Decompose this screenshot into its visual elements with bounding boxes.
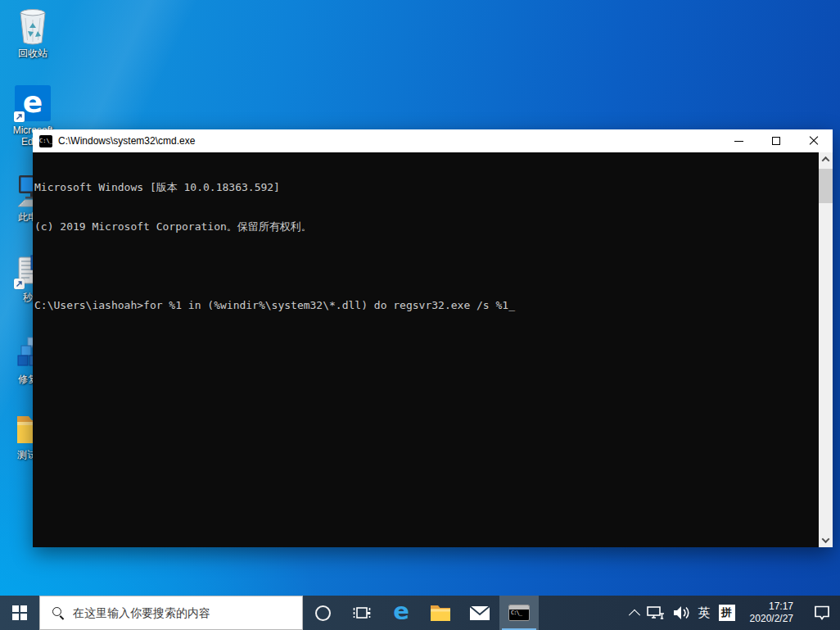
edge-taskbar-button[interactable]: e <box>382 596 421 630</box>
scrollbar-thumb[interactable] <box>819 169 833 203</box>
clock-button[interactable]: 17:17 2020/2/27 <box>739 596 804 630</box>
terminal-prompt-line: C:\Users\iashoah>for %1 in (%windir%\sys… <box>34 299 816 312</box>
start-button[interactable] <box>0 596 39 630</box>
close-button[interactable] <box>795 129 833 152</box>
terminal-cursor: _ <box>508 299 515 312</box>
network-button[interactable] <box>643 596 669 630</box>
taskbar-search[interactable] <box>39 596 303 630</box>
recycle-bin-icon <box>13 7 52 46</box>
cortana-icon <box>315 605 331 621</box>
minimize-button[interactable] <box>720 129 757 152</box>
task-view-button[interactable] <box>342 596 382 630</box>
edge-icon: e <box>393 600 409 623</box>
network-icon <box>647 605 665 620</box>
start-icon <box>12 605 27 620</box>
close-icon <box>809 136 819 146</box>
cortana-button[interactable] <box>303 596 342 630</box>
maximize-icon <box>772 137 780 145</box>
action-center-button[interactable] <box>804 596 840 630</box>
desktop-icon-recycle-bin[interactable]: 回收站 <box>7 7 59 59</box>
taskbar-empty-area <box>539 596 626 630</box>
scroll-up-icon[interactable] <box>819 152 833 166</box>
cmd-window: C:\_ C:\Windows\system32\cmd.exe Microso… <box>33 129 833 547</box>
shortcut-arrow-icon <box>14 279 25 289</box>
file-explorer-icon <box>430 604 451 622</box>
terminal-line: (c) 2019 Microsoft Corporation。保留所有权利。 <box>34 220 816 233</box>
terminal-body[interactable]: Microsoft Windows [版本 10.0.18363.592] (c… <box>33 152 833 547</box>
window-title: C:\Windows\system32\cmd.exe <box>58 135 720 147</box>
cmd-icon: C:\_ <box>508 605 530 621</box>
task-view-icon <box>353 605 371 621</box>
terminal-command: C:\Users\iashoah>for %1 in (%windir%\sys… <box>34 299 508 311</box>
volume-icon <box>673 605 690 620</box>
tray-overflow-button[interactable] <box>626 596 643 630</box>
ime-mode-button[interactable]: 拼 <box>715 596 739 630</box>
scroll-down-icon[interactable] <box>819 533 833 547</box>
desktop: 回收站 e Microsoft Edge 此电脑 <box>0 0 840 630</box>
desktop-icon-label: 回收站 <box>7 48 59 59</box>
tray-chevron-icon <box>629 610 640 621</box>
search-input[interactable] <box>73 606 302 619</box>
cmd-icon: C:\_ <box>39 135 52 147</box>
taskbar: e C:\_ <box>0 596 840 630</box>
shortcut-arrow-icon <box>14 111 25 122</box>
mail-button[interactable] <box>460 596 499 630</box>
ime-language-label: 英 <box>698 605 711 621</box>
volume-button[interactable] <box>669 596 694 630</box>
minimize-icon <box>734 141 743 142</box>
action-center-icon <box>814 605 830 621</box>
cmd-titlebar[interactable]: C:\_ C:\Windows\system32\cmd.exe <box>33 129 833 152</box>
terminal-line <box>34 260 816 273</box>
maximize-button[interactable] <box>757 129 795 152</box>
ime-mode-icon: 拼 <box>719 605 735 621</box>
ime-language-button[interactable]: 英 <box>694 596 715 630</box>
edge-icon: e <box>13 84 52 123</box>
mail-icon <box>469 605 490 621</box>
tray-time: 17:17 <box>750 601 793 613</box>
cmd-taskbar-button[interactable]: C:\_ <box>499 596 539 630</box>
tray-date: 2020/2/27 <box>750 613 793 625</box>
terminal-output: Microsoft Windows [版本 10.0.18363.592] (c… <box>34 155 816 338</box>
system-tray: 英 拼 17:17 2020/2/27 <box>626 596 840 630</box>
file-explorer-button[interactable] <box>421 596 460 630</box>
search-icon <box>52 606 65 619</box>
terminal-line: Microsoft Windows [版本 10.0.18363.592] <box>34 181 816 194</box>
terminal-scrollbar[interactable] <box>819 152 833 547</box>
